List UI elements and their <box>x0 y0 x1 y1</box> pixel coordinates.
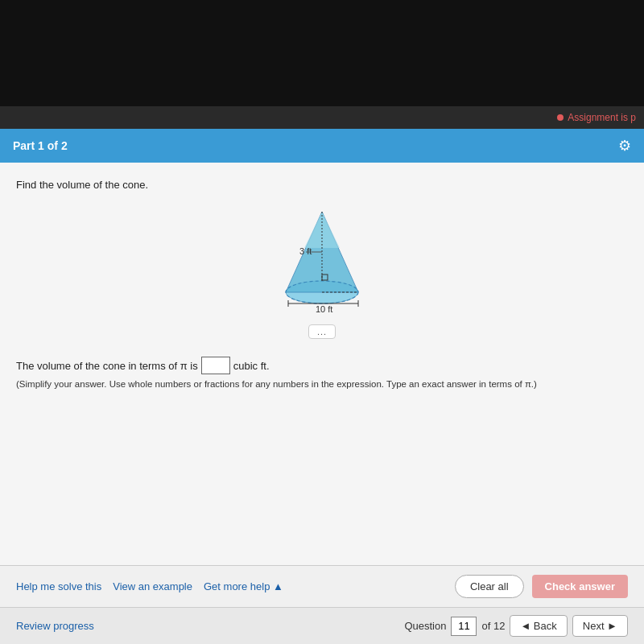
nav-bar: Review progress Question of 12 ◄ Back Ne… <box>0 607 644 644</box>
back-button[interactable]: ◄ Back <box>510 615 567 637</box>
gear-icon[interactable]: ⚙ <box>618 137 631 155</box>
part-header: Part 1 of 2 ⚙ <box>0 129 644 163</box>
question-label: Question <box>404 620 446 632</box>
clear-all-button[interactable]: Clear all <box>455 575 524 598</box>
expand-button-container: ... <box>16 324 628 339</box>
check-answer-button[interactable]: Check answer <box>532 575 628 598</box>
answer-input[interactable] <box>201 357 230 374</box>
view-example-button[interactable]: View an example <box>113 580 204 592</box>
diagram-area: 3 ft 10 ft <box>16 204 628 316</box>
answer-area: The volume of the cone in terms of π is … <box>16 357 628 389</box>
svg-text:10 ft: 10 ft <box>316 304 332 314</box>
bottom-toolbar: Help me solve this View an example Get m… <box>0 565 644 607</box>
assignment-status: Assignment is p <box>568 112 636 123</box>
part-title: Part 1 of 2 <box>13 139 68 152</box>
expand-button[interactable]: ... <box>308 324 336 339</box>
answer-suffix: cubic ft. <box>233 360 270 372</box>
answer-prefix: The volume of the cone in terms of π is <box>16 360 198 372</box>
question-number-input[interactable] <box>451 617 477 636</box>
question-nav: Question of 12 ◄ Back Next ► <box>404 615 628 637</box>
svg-text:3 ft: 3 ft <box>299 246 312 256</box>
next-button[interactable]: Next ► <box>572 615 628 637</box>
review-progress-button[interactable]: Review progress <box>16 620 94 632</box>
help-solve-button[interactable]: Help me solve this <box>16 580 113 592</box>
hint-text: (Simplify your answer. Use whole numbers… <box>16 379 628 389</box>
of-total: of 12 <box>481 620 505 632</box>
get-more-help-button[interactable]: Get more help ▲ <box>204 580 283 592</box>
answer-line: The volume of the cone in terms of π is … <box>16 357 628 374</box>
assignment-dot <box>557 114 564 121</box>
question-label: Find the volume of the cone. <box>16 179 628 191</box>
svg-marker-2 <box>304 212 340 248</box>
content-area: Find the volume of the cone. 3 ft <box>0 163 644 565</box>
